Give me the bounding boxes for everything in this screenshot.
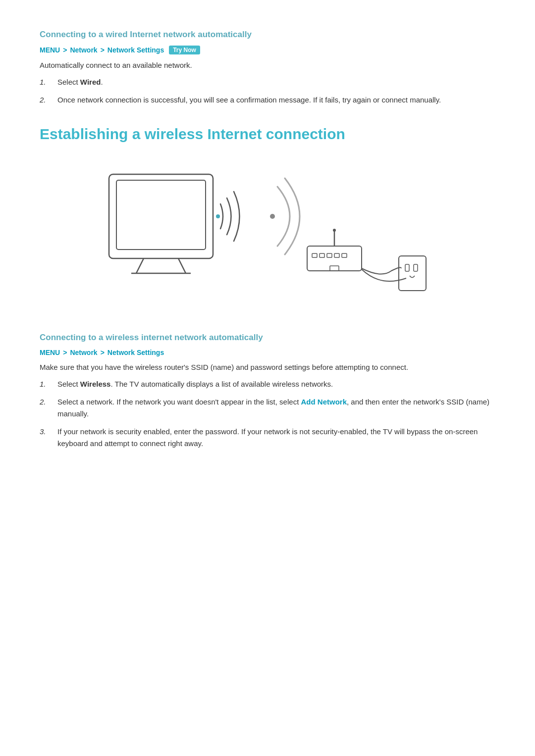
svg-rect-17 (405, 264, 409, 271)
svg-point-5 (216, 214, 220, 218)
svg-rect-12 (327, 253, 332, 257)
step-text: If your network is security enabled, ent… (57, 426, 495, 450)
menu-label: MENU (40, 46, 60, 54)
svg-rect-14 (342, 253, 347, 257)
svg-rect-10 (312, 253, 317, 257)
wired-step-2: 2. Once network connection is successful… (40, 94, 495, 106)
step-number: 1. (40, 378, 50, 390)
svg-rect-13 (334, 253, 339, 257)
svg-line-2 (136, 258, 144, 273)
wired-intro: Automatically connect to an available ne… (40, 59, 495, 71)
step-text: Select a network. If the network you wan… (57, 396, 495, 420)
sep2: > (101, 46, 105, 54)
wireless-section-title: Establishing a wireless Internet connect… (40, 126, 495, 143)
diagram-svg (94, 159, 441, 308)
wired-section: Connecting to a wired Internet network a… (40, 30, 495, 106)
sep1: > (63, 46, 67, 54)
sep2: > (101, 349, 105, 356)
settings-label: Network Settings (107, 46, 164, 54)
wireless-step-1: 1. Select Wireless. The TV automatically… (40, 378, 495, 390)
wireless-bold: Wireless (80, 380, 111, 388)
wireless-auto-section: Connecting to a wireless internet networ… (40, 333, 495, 450)
wired-steps: 1. Select Wired. 2. Once network connect… (40, 76, 495, 106)
svg-point-9 (333, 229, 336, 232)
wireless-step-3: 3. If your network is security enabled, … (40, 426, 495, 450)
step-number: 2. (40, 396, 50, 420)
network-label: Network (70, 349, 97, 356)
wireless-auto-title: Connecting to a wireless internet networ… (40, 333, 495, 343)
svg-point-6 (270, 214, 275, 219)
svg-rect-18 (414, 264, 418, 271)
svg-rect-11 (320, 253, 324, 257)
svg-line-3 (178, 258, 186, 273)
wireless-breadcrumb: MENU > Network > Network Settings (40, 349, 495, 356)
svg-rect-0 (109, 174, 213, 258)
step-number: 3. (40, 426, 50, 450)
try-now-badge[interactable]: Try Now (169, 46, 200, 54)
svg-rect-7 (307, 246, 362, 271)
svg-rect-15 (330, 266, 339, 271)
settings-label: Network Settings (107, 349, 164, 356)
wired-bold: Wired (80, 78, 101, 86)
wired-section-title: Connecting to a wired Internet network a… (40, 30, 495, 40)
step-number: 1. (40, 76, 50, 88)
step-number: 2. (40, 94, 50, 106)
wireless-steps: 1. Select Wireless. The TV automatically… (40, 378, 495, 450)
wireless-diagram (40, 154, 495, 313)
network-label: Network (70, 46, 97, 54)
wireless-intro: Make sure that you have the wireless rou… (40, 361, 495, 373)
wireless-section: Establishing a wireless Internet connect… (40, 126, 495, 450)
step-text: Once network connection is successful, y… (57, 94, 441, 106)
step-text: Select Wireless. The TV automatically di… (57, 378, 333, 390)
wireless-step-2: 2. Select a network. If the network you … (40, 396, 495, 420)
svg-rect-1 (116, 180, 206, 250)
svg-rect-16 (399, 256, 426, 291)
sep1: > (63, 349, 67, 356)
wired-step-1: 1. Select Wired. (40, 76, 495, 88)
menu-label: MENU (40, 349, 60, 356)
add-network-link: Add Network (301, 398, 347, 406)
wired-breadcrumb: MENU > Network > Network Settings Try No… (40, 46, 495, 54)
step-text: Select Wired. (57, 76, 103, 88)
